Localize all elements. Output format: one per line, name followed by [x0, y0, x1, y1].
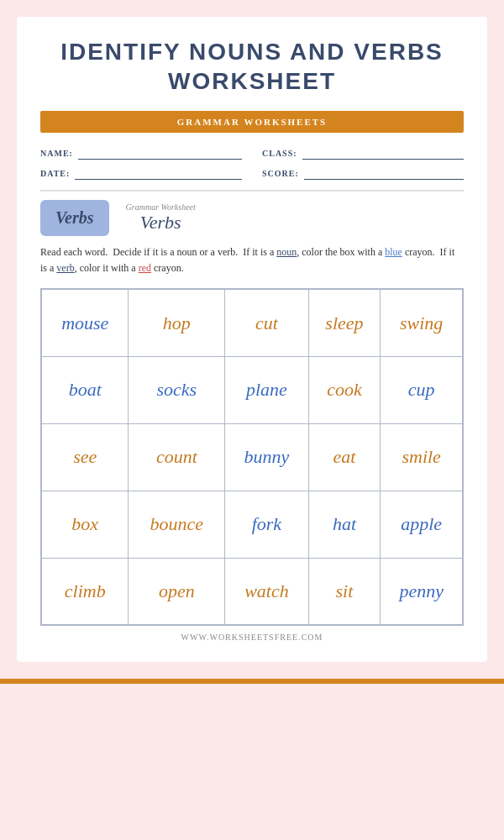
- footer: WWW.WORKSHEETSFREE.COM: [40, 633, 464, 642]
- word-cell: mouse: [41, 289, 129, 356]
- table-row: boxbounceforkhatapple: [41, 491, 463, 558]
- word-cell: cup: [381, 356, 463, 423]
- section-header: Verbs Grammar Worksheet Verbs: [40, 190, 464, 236]
- worksheet-page: Identify Nouns and Verbs Worksheet Gramm…: [17, 17, 487, 662]
- word-cell: sit: [308, 558, 381, 625]
- verbs-badge: Verbs: [40, 200, 109, 236]
- worksheet-label: Grammar Worksheet Verbs: [126, 202, 196, 234]
- class-line: [302, 146, 464, 160]
- name-label: NAME:: [40, 149, 73, 158]
- class-field-group: CLASS:: [262, 146, 464, 160]
- class-label: CLASS:: [262, 149, 297, 158]
- word-cell: apple: [381, 491, 463, 558]
- word-cell: hop: [129, 289, 225, 356]
- date-field-group: DATE:: [40, 166, 242, 180]
- date-label: DATE:: [40, 169, 70, 178]
- worksheet-sub: Grammar Worksheet: [126, 202, 196, 212]
- field-row-2: DATE: SCORE:: [40, 166, 464, 180]
- word-cell: bounce: [129, 491, 225, 558]
- field-row-1: NAME: CLASS:: [40, 146, 464, 160]
- word-cell: climb: [41, 558, 129, 625]
- worksheet-main: Verbs: [126, 212, 196, 234]
- word-cell: fork: [225, 491, 308, 558]
- word-cell: see: [41, 423, 129, 491]
- word-cell: watch: [225, 558, 308, 625]
- name-field-group: NAME:: [40, 146, 242, 160]
- score-label: SCORE:: [262, 169, 299, 178]
- word-cell: box: [41, 491, 129, 558]
- word-cell: cut: [225, 289, 308, 356]
- banner: Grammar Worksheets: [40, 111, 464, 133]
- instructions: Read each word. Decide if it is a noun o…: [40, 244, 464, 276]
- word-cell: smile: [381, 423, 463, 491]
- word-cell: sleep: [308, 289, 381, 356]
- table-row: mousehopcutsleepswing: [41, 289, 463, 356]
- table-row: seecountbunnyeatsmile: [41, 423, 463, 491]
- word-cell: penny: [381, 558, 463, 625]
- footer-bar: [0, 679, 504, 684]
- page-title: Identify Nouns and Verbs Worksheet: [40, 37, 464, 96]
- word-cell: hat: [308, 491, 381, 558]
- word-grid: mousehopcutsleepswingboatsocksplanecookc…: [40, 288, 464, 626]
- score-field-group: SCORE:: [262, 166, 464, 180]
- word-cell: swing: [381, 289, 463, 356]
- table-row: boatsocksplanecookcup: [41, 356, 463, 423]
- word-cell: plane: [225, 356, 308, 423]
- word-cell: count: [129, 423, 225, 491]
- word-cell: eat: [308, 423, 381, 491]
- form-fields: NAME: CLASS: DATE: SCORE:: [40, 146, 464, 180]
- word-cell: cook: [308, 356, 381, 423]
- word-cell: socks: [129, 356, 225, 423]
- word-cell: open: [129, 558, 225, 625]
- name-line: [78, 146, 242, 160]
- table-row: climbopenwatchsitpenny: [41, 558, 463, 625]
- date-line: [75, 166, 242, 180]
- score-line: [304, 166, 464, 180]
- word-cell: bunny: [225, 423, 308, 491]
- word-cell: boat: [41, 356, 129, 423]
